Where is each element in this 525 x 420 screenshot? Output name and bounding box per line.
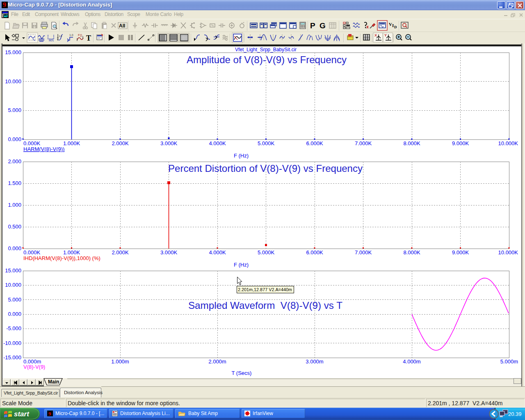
svg-text:5.000K: 5.000K xyxy=(258,249,275,256)
svg-text:Vfet_Light_Srpp_BabySit.cir: Vfet_Light_Srpp_BabySit.cir xyxy=(235,47,297,52)
svg-text:1.000m: 1.000m xyxy=(111,358,129,365)
svg-text:F (Hz): F (Hz) xyxy=(234,262,249,268)
svg-text:V(8)-V(9): V(8)-V(9) xyxy=(23,364,45,370)
svg-text:5.000: 5.000 xyxy=(8,107,21,113)
svg-text:1.000K: 1.000K xyxy=(63,140,80,146)
svg-text:9.000K: 9.000K xyxy=(452,249,469,256)
svg-text:Amplitude of V(8)-V(9) vs Freq: Amplitude of V(8)-V(9) vs Frequency xyxy=(187,54,347,65)
svg-text:3.000K: 3.000K xyxy=(160,249,178,256)
svg-text:2.000K: 2.000K xyxy=(112,140,129,146)
svg-text:Sampled Waveform V(8)-V(9) vs: Sampled Waveform V(8)-V(9) vs T xyxy=(188,300,342,311)
svg-text:-10.000: -10.000 xyxy=(3,340,21,346)
svg-text:20.39: 20.39 xyxy=(508,411,522,417)
svg-text:Percent Distortion of V(8)-V(9: Percent Distortion of V(8)-V(9) vs Frequ… xyxy=(168,163,363,174)
svg-text:0.000: 0.000 xyxy=(8,136,21,142)
svg-text:2.000: 2.000 xyxy=(8,158,21,164)
svg-text:10.000K: 10.000K xyxy=(498,140,518,146)
svg-text:8.000K: 8.000K xyxy=(403,140,420,146)
svg-text:5.000: 5.000 xyxy=(8,297,21,303)
svg-text:1.000: 1.000 xyxy=(8,202,21,208)
svg-text:-15.000: -15.000 xyxy=(3,354,21,361)
svg-text:IHD(HARM(V(8)-V(9)),1000) (%): IHD(HARM(V(8)-V(9)),1000) (%) xyxy=(23,255,100,261)
svg-text:10.000: 10.000 xyxy=(5,78,21,84)
svg-text:4.000K: 4.000K xyxy=(209,140,226,146)
svg-text:15.000: 15.000 xyxy=(5,267,21,274)
svg-text:F (Hz): F (Hz) xyxy=(234,153,249,159)
svg-text:6.000K: 6.000K xyxy=(306,140,323,146)
svg-text:5.000m: 5.000m xyxy=(500,358,518,365)
svg-text:1.000K: 1.000K xyxy=(63,249,80,256)
svg-text:3.000m: 3.000m xyxy=(306,358,323,365)
svg-text:2.000m: 2.000m xyxy=(208,358,226,365)
svg-text:4.000m: 4.000m xyxy=(403,358,420,365)
svg-text:2.201m,12.877 V2.A=440m: 2.201m,12.877 V2.A=440m xyxy=(238,287,292,292)
svg-text:7.000K: 7.000K xyxy=(355,249,372,256)
svg-text:10.000K: 10.000K xyxy=(498,249,518,256)
svg-text:9: 9 xyxy=(48,411,51,416)
svg-text:0.000: 0.000 xyxy=(8,245,21,251)
svg-text:HARM(V(8)-V(9)): HARM(V(8)-V(9)) xyxy=(23,146,64,152)
svg-text:0.500: 0.500 xyxy=(8,224,21,230)
svg-text:start: start xyxy=(14,410,30,418)
svg-text:1.500: 1.500 xyxy=(8,180,21,186)
svg-text:-5.000: -5.000 xyxy=(6,325,21,331)
svg-text:0.000K: 0.000K xyxy=(23,249,41,256)
svg-text:9.000K: 9.000K xyxy=(452,140,469,146)
svg-text:10.000: 10.000 xyxy=(5,282,21,288)
svg-text:0.000: 0.000 xyxy=(8,311,21,317)
svg-text:7.000K: 7.000K xyxy=(355,140,372,146)
svg-text:T (Secs): T (Secs) xyxy=(232,370,252,376)
svg-text:8.000K: 8.000K xyxy=(403,249,420,256)
svg-text:5.000K: 5.000K xyxy=(258,140,275,146)
svg-text:Main: Main xyxy=(48,379,59,385)
svg-text:0.000K: 0.000K xyxy=(23,140,41,146)
svg-text:4.000K: 4.000K xyxy=(209,249,226,256)
svg-text:6.000K: 6.000K xyxy=(306,249,323,256)
svg-text:15.000: 15.000 xyxy=(5,49,21,55)
svg-text:2.000K: 2.000K xyxy=(112,249,129,256)
svg-text:3.000K: 3.000K xyxy=(160,140,178,146)
